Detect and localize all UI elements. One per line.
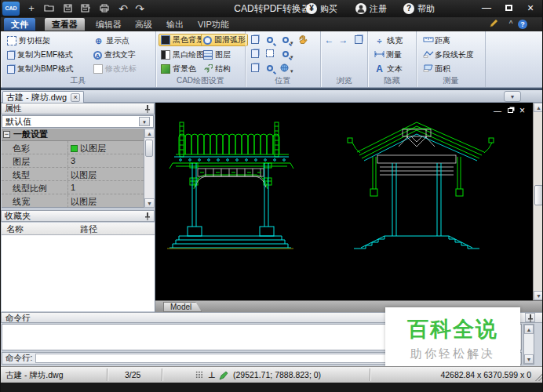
distance-label: 距离 <box>435 35 450 46</box>
tab-vip[interactable]: VIP功能 <box>191 18 236 31</box>
buy-button[interactable]: ¥ 购买 <box>306 2 337 16</box>
grid-toggle-icon[interactable] <box>195 368 203 381</box>
zoom-previous-icon[interactable] <box>264 63 275 74</box>
zoom-window-icon[interactable] <box>264 34 275 45</box>
resize-grip[interactable] <box>535 373 543 381</box>
canvas-scrollbar[interactable]: ▲ ▼ <box>533 103 543 300</box>
property-category-row[interactable]: − 一般设置 <box>2 129 144 141</box>
lineweight-icon: ÷ <box>374 36 384 45</box>
register-button[interactable]: 注册 <box>355 2 387 16</box>
layers-button[interactable]: 图层 <box>202 49 232 61</box>
zoom-in-icon[interactable]: ▾ <box>279 34 291 45</box>
hide-measure-button[interactable]: 测量 <box>373 49 403 61</box>
help-small-icon[interactable]: ? <box>517 19 528 30</box>
bw-draw-button[interactable]: 黑白绘图 <box>159 49 206 61</box>
window-bottom-frame <box>1 383 543 392</box>
tab-advanced[interactable]: 高级 <box>128 18 159 31</box>
scroll-down-icon[interactable]: ▼ <box>524 354 534 364</box>
caret-icon[interactable]: ^ <box>506 19 516 30</box>
show-points-label: 显示点 <box>106 35 129 46</box>
tools-group-label: 工具 <box>1 75 155 86</box>
redo-button[interactable]: ↷ <box>133 2 147 15</box>
zoom-out-icon[interactable]: ▾ <box>279 49 291 60</box>
tab-close-icon[interactable]: × <box>71 93 80 102</box>
scroll-down-icon[interactable]: ▼ <box>144 198 155 208</box>
save-button[interactable] <box>60 2 75 15</box>
scroll-up-icon[interactable]: ▲ <box>144 129 155 138</box>
tab-viewer[interactable]: 查看器 <box>45 18 85 31</box>
pin-icon[interactable] <box>144 105 151 113</box>
mdi-close-icon[interactable]: × <box>519 105 525 116</box>
front-frieze <box>195 169 266 187</box>
property-row-ltscale[interactable]: 线型比例 1 <box>2 181 144 194</box>
show-points-button[interactable]: ⊕ 显示点 <box>92 34 131 47</box>
preset-dropdown[interactable]: 默认值 ▾ <box>2 115 154 128</box>
cut-frame-button[interactable]: 剪切框架 <box>5 34 52 47</box>
smooth-arc-button[interactable]: 圆滑弧形 <box>201 34 248 46</box>
scroll-thumb[interactable] <box>534 185 543 205</box>
tab-list-chevron-button[interactable]: ▾ <box>504 91 521 102</box>
mdi-minimize-icon[interactable]: — <box>494 107 501 115</box>
tab-file[interactable]: 文件 <box>4 18 35 31</box>
bg-color-button[interactable]: 背景色 <box>159 63 198 75</box>
command-scrollbar[interactable]: ▲ ▼ <box>523 324 534 365</box>
pen-icon[interactable] <box>489 19 501 30</box>
pin-icon[interactable] <box>144 212 151 220</box>
find-text-button[interactable]: A 查找文字 <box>92 49 137 61</box>
undo-button[interactable]: ↶ <box>116 2 130 15</box>
pan-hand-icon[interactable] <box>297 34 309 45</box>
close-button[interactable]: × <box>522 2 539 14</box>
collapse-icon[interactable]: − <box>3 131 10 138</box>
polyline-length-button[interactable]: 多段线长度 <box>421 49 476 61</box>
distance-button[interactable]: 距离 <box>421 34 452 47</box>
save-as-button[interactable] <box>78 2 93 15</box>
back-icon[interactable]: ← <box>323 34 335 45</box>
open-folder-button[interactable] <box>42 2 56 15</box>
new-file-button[interactable]: + <box>24 2 38 15</box>
maximize-button[interactable] <box>500 2 517 14</box>
zoom-pages-icon[interactable] <box>249 34 261 45</box>
command-panel-title: 命令行 <box>5 313 31 322</box>
property-grid-scrollbar[interactable]: ▲ ▼ <box>144 129 154 208</box>
copy-view-icon[interactable] <box>249 49 261 60</box>
forward-icon[interactable]: → <box>337 34 349 45</box>
zoom-extents-icon[interactable] <box>264 49 275 60</box>
property-value: 以图层 <box>71 169 97 181</box>
hide-text-button[interactable]: A 文本 <box>373 63 404 75</box>
property-name: 线宽 <box>13 196 30 208</box>
copy-bmp-button[interactable]: 复制为BMP格式 <box>5 63 75 75</box>
scroll-thumb[interactable] <box>145 140 153 157</box>
hide-lineweight-button[interactable]: ÷ 线宽 <box>373 34 404 47</box>
structure-button[interactable]: 结构 <box>202 63 232 75</box>
bg-color-label: 背景色 <box>173 64 196 74</box>
property-row-layer[interactable]: 图层 3 <box>2 154 144 168</box>
mdi-restore-icon[interactable] <box>508 108 513 113</box>
draw-cursor-icon[interactable] <box>219 368 228 381</box>
area-button[interactable]: 面积 <box>421 63 452 75</box>
pin-icon[interactable] <box>525 313 535 322</box>
goto-page-icon[interactable] <box>352 34 364 45</box>
print-button[interactable] <box>97 2 111 15</box>
ortho-toggle-icon[interactable]: ⊥ <box>208 368 216 381</box>
tab-editor[interactable]: 编辑器 <box>89 18 129 31</box>
scroll-down-icon[interactable]: ▼ <box>534 291 543 300</box>
minimize-button[interactable]: — <box>478 2 495 14</box>
help-button[interactable]: ? 帮助 <box>403 2 435 16</box>
property-row-color[interactable]: 色彩 以图层 <box>2 141 144 154</box>
command-prompt-label: 命令行: <box>2 353 35 364</box>
view-reset-icon[interactable] <box>249 63 261 74</box>
model-tab[interactable]: Model <box>163 302 202 312</box>
zoom-scale-icon[interactable]: ▾ <box>279 63 291 74</box>
black-bg-button[interactable]: 黑色背景 <box>159 34 206 46</box>
cad-canvas[interactable]: — × <box>155 103 533 300</box>
scroll-up-icon[interactable]: ▲ <box>524 325 534 334</box>
favorites-list[interactable] <box>2 235 155 311</box>
property-row-linetype[interactable]: 线型 以图层 <box>2 168 144 181</box>
polyline-length-icon <box>423 50 432 60</box>
show-points-icon: ⊕ <box>93 36 104 45</box>
copy-emf-button[interactable]: 复制为EMF格式 <box>5 49 75 61</box>
tab-output[interactable]: 输出 <box>159 18 191 31</box>
property-row-lineweight[interactable]: 线宽 以图层 <box>2 194 144 208</box>
scroll-up-icon[interactable]: ▲ <box>534 103 543 112</box>
document-tab[interactable]: 古建 - 牌坊.dwg × <box>2 91 84 103</box>
